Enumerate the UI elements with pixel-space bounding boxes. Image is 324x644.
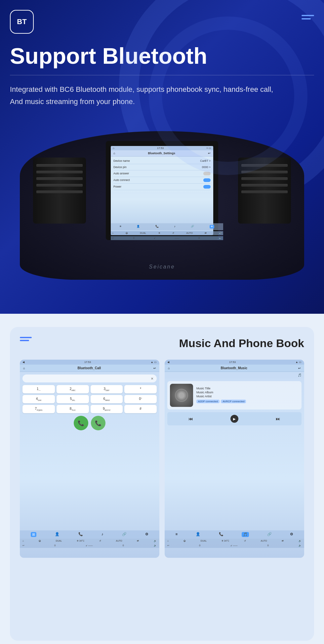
dial-btn-4[interactable]: 4GHI: [22, 395, 55, 403]
music-icon-menu: ≡: [176, 532, 178, 537]
car-unit: ⌂ 17:53 ≈ ▭ ⌂ Bluetooth_Settings ↩ Devic…: [10, 121, 314, 280]
icon-menu: ≡: [120, 225, 121, 229]
call-icon-person: 👤: [55, 532, 60, 537]
panel-call: ◀ 17:53 ▲ ▭ ⌂ Bluetooth_Call ↩ ✕ 1— 2ABC: [20, 360, 159, 558]
mini-hamburger-line2: [20, 340, 29, 341]
music-panel-statusbar: ◀ 17:53 ▲ ▭: [165, 360, 304, 365]
dial-btn-1[interactable]: 1—: [22, 385, 55, 393]
music-album-card: Music Title Music Album Music Artist A2D…: [167, 381, 302, 410]
call-status-icons: ▲ ▭: [151, 361, 157, 364]
prev-button[interactable]: ⏮: [188, 416, 193, 421]
vent-slats-right: [238, 158, 291, 200]
mini-hamburger[interactable]: [20, 337, 32, 341]
right-vent: [238, 158, 291, 224]
screen-row-auto-answer: Auto answer: [113, 170, 211, 177]
hamburger-menu[interactable]: [302, 10, 314, 19]
dialpad-clear[interactable]: ✕: [151, 377, 153, 380]
call-back-arrow: ◀: [22, 361, 24, 364]
call-home-icon: ⌂: [23, 367, 25, 370]
screen-time: 17:53: [157, 147, 164, 150]
screen-row-device-name: Device name CarBT >: [113, 158, 211, 164]
call-time: 17:53: [84, 361, 91, 364]
play-button[interactable]: ▶: [230, 415, 238, 423]
hero-header: BT: [10, 10, 314, 34]
album-art-disc: [175, 389, 188, 402]
screen-row-power: Power: [113, 184, 211, 190]
call-buttons: 📞 📞: [22, 416, 157, 430]
dial-btn-2[interactable]: 2ABC: [57, 385, 89, 393]
hero-divider: [10, 75, 314, 75]
panel-music: ◀ 17:53 ▲ ▭ ⌂ Bluetooth_Music ↩ 🎵: [165, 360, 304, 558]
call-icon-phone: 📞: [78, 532, 83, 537]
bottom-header: Music And Phone Book: [20, 337, 304, 350]
next-button[interactable]: ⏭: [276, 416, 280, 421]
auto-answer-toggle[interactable]: [203, 172, 211, 175]
hamburger-line-1: [302, 15, 314, 16]
music-artist: Music Artist: [196, 395, 247, 398]
music-eq-values: ↩ 0 ↙ —— 0 🔈: [165, 543, 304, 548]
screen-content: Device name CarBT > Device pin 0000 > Au…: [111, 157, 213, 192]
album-art: [170, 384, 193, 407]
music-eq-bar: ⌂ ⏻ DUAL ❄ 34°C ↺ AUTO ⇄ 🔊: [165, 539, 304, 543]
vent-slat: [36, 184, 83, 187]
screen-nav: ⌂ Bluetooth_Settings ↩: [111, 150, 213, 157]
desc-line2: And music streaming from your phone.: [10, 97, 135, 106]
music-panel-content: Music Title Music Album Music Artist A2D…: [165, 378, 304, 431]
screen-home-icon: ⌂: [113, 147, 114, 150]
screen-inner: ⌂ 17:53 ≈ ▭ ⌂ Bluetooth_Settings ↩ Devic…: [111, 146, 213, 235]
music-panel-nav: ⌂ Bluetooth_Music ↩: [165, 365, 304, 372]
music-back-icon: ↩: [298, 367, 301, 370]
music-icon-link: 🔗: [267, 532, 272, 537]
music-badges: A2DP connected AVRCP connected: [196, 399, 247, 403]
icon-link: 🔗: [191, 225, 194, 229]
vent-slat: [36, 164, 83, 167]
dial-btn-star[interactable]: *: [124, 385, 157, 393]
music-panel-icons: ≡ 👤 📞 🎵 🔗 ⚙: [165, 530, 304, 539]
logo-text: BT: [17, 18, 26, 26]
dial-btn-9[interactable]: 9WXYZ: [91, 405, 123, 413]
call-button-redial[interactable]: 📞: [91, 416, 105, 430]
call-icon-music: ♪: [101, 532, 103, 537]
vent-slat: [36, 171, 83, 173]
call-panel-statusbar: ◀ 17:53 ▲ ▭: [20, 360, 159, 365]
music-note-icon: 🎵: [298, 374, 302, 377]
screen-status-icons: ≈ ▭: [206, 147, 211, 150]
dial-btn-8[interactable]: 8TUV: [57, 405, 89, 413]
call-back-icon: ↩: [153, 367, 156, 370]
icon-person: 👤: [137, 225, 140, 229]
hero-section: BT Support Bluetooth Integrated with BC6…: [0, 0, 324, 314]
music-title: Music Title: [196, 387, 247, 390]
dial-btn-hash[interactable]: #: [124, 405, 157, 413]
call-panel-content: ✕ 1— 2ABC 3DEF * 4GHI 5JKL 6MNO 0+ 7PQRS…: [20, 372, 159, 436]
vent-slat: [241, 184, 288, 187]
music-back-arrow: ◀: [167, 361, 169, 364]
music-icon-person: 👤: [196, 532, 200, 537]
power-toggle[interactable]: [203, 185, 211, 189]
screen-row-device-pin: Device pin 0000 >: [113, 164, 211, 170]
music-controls: ⏮ ▶ ⏭: [167, 412, 302, 425]
hamburger-line-2: [302, 18, 311, 19]
screen-nav-title: Bluetooth_Settings: [148, 152, 175, 155]
bottom-section: Music And Phone Book ◀ 17:53 ▲ ▭ ⌂ Bluet…: [0, 314, 324, 644]
screen-statusbar: ⌂ 17:53 ≈ ▭: [111, 146, 213, 150]
call-panel-icons: ⊞ 👤 📞 ♪ 🔗 ⚙: [20, 530, 159, 539]
bottom-card: Music And Phone Book ◀ 17:53 ▲ ▭ ⌂ Bluet…: [10, 327, 314, 641]
section-title: Music And Phone Book: [179, 337, 304, 350]
vent-slat: [241, 177, 288, 180]
dial-btn-3[interactable]: 3DEF: [91, 385, 123, 393]
music-note-bar: 🎵: [165, 372, 304, 378]
call-eq-bar: ⌂ ⏻ DUAL ❄ 34°C ↺ AUTO ⇄ 🔊: [20, 539, 159, 543]
call-button-dial[interactable]: 📞: [74, 416, 88, 430]
dial-btn-0[interactable]: 0+: [124, 395, 157, 403]
vent-slats-left: [33, 158, 86, 200]
panels-container: ◀ 17:53 ▲ ▭ ⌂ Bluetooth_Call ↩ ✕ 1— 2ABC: [20, 360, 304, 558]
dial-btn-6[interactable]: 6MNO: [91, 395, 123, 403]
screen-bezel: ⌂ 17:53 ≈ ▭ ⌂ Bluetooth_Settings ↩ Devic…: [106, 141, 218, 240]
dial-btn-5[interactable]: 5JKL: [57, 395, 89, 403]
dialpad-input[interactable]: ✕: [22, 375, 157, 382]
vent-slat: [241, 171, 288, 173]
call-icon-dialpad-active: ⊞: [31, 532, 36, 537]
auto-connect-toggle[interactable]: [203, 178, 211, 182]
dial-btn-7[interactable]: 7PQRS: [22, 405, 55, 413]
avrcp-badge: AVRCP connected: [221, 400, 246, 403]
